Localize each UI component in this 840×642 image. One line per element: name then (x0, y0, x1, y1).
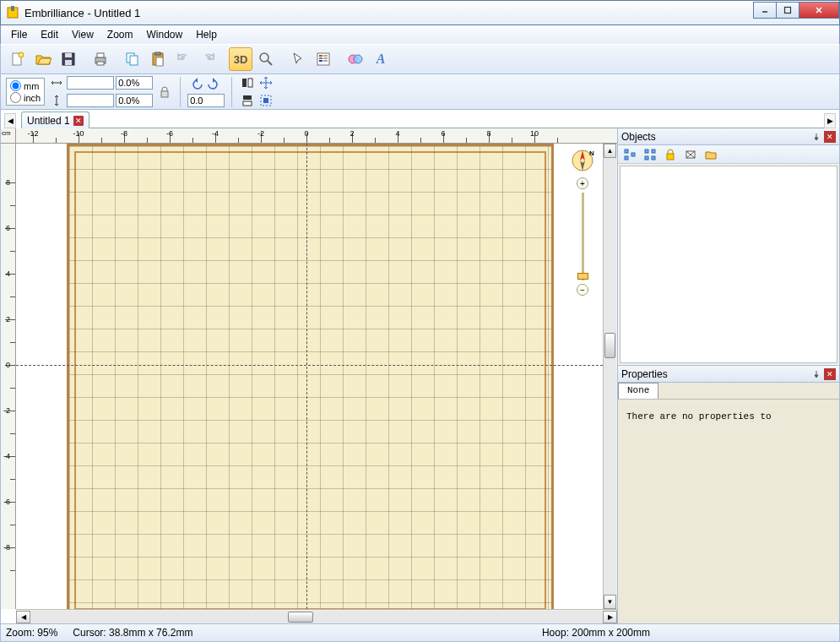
svg-rect-44 (625, 156, 628, 160)
svg-rect-13 (97, 62, 104, 65)
save-button[interactable] (57, 47, 80, 71)
redo-button[interactable] (197, 47, 220, 71)
menu-view[interactable]: View (65, 27, 100, 42)
scroll-up-button[interactable]: ▲ (604, 144, 616, 158)
obj-folder-button[interactable] (702, 146, 719, 163)
svg-point-19 (260, 53, 268, 62)
new-button[interactable] (6, 47, 30, 71)
obj-lock-button[interactable] (662, 146, 679, 163)
zoom-thumb[interactable] (577, 273, 588, 280)
design-canvas[interactable]: N + − (16, 144, 603, 609)
compass-icon: N (571, 149, 594, 172)
ruler-vertical: 86420-2-4-6-8 (1, 144, 16, 609)
menu-help[interactable]: Help (189, 27, 224, 42)
maximize-button[interactable] (776, 2, 799, 19)
menu-file[interactable]: File (4, 27, 34, 42)
close-button[interactable] (799, 2, 839, 19)
center-line-v (306, 144, 307, 609)
width-input[interactable] (67, 76, 114, 90)
unit-inch-label: inch (24, 93, 41, 103)
zoom-slider[interactable]: + − (576, 177, 589, 296)
svg-point-29 (354, 55, 362, 63)
svg-text:N: N (589, 150, 594, 157)
rotation-input[interactable] (187, 94, 225, 107)
copy-button[interactable] (121, 47, 144, 71)
unit-selector: mm inch (6, 78, 45, 106)
objects-toolbar (618, 145, 839, 164)
properties-body: There are no properties to (618, 400, 839, 623)
menu-zoom[interactable]: Zoom (100, 27, 140, 42)
height-input[interactable] (67, 94, 114, 107)
lock-aspect-button[interactable] (156, 84, 173, 101)
vertical-scrollbar[interactable]: ▲ ▼ (603, 144, 617, 609)
hscroll-thumb[interactable] (288, 612, 313, 623)
unit-inch-radio[interactable] (10, 92, 21, 103)
svg-rect-33 (242, 79, 247, 87)
center-line-h (16, 365, 603, 366)
zoom-in-button[interactable]: + (577, 177, 588, 189)
zoom-out-button[interactable]: − (577, 284, 588, 296)
undo-button[interactable] (171, 47, 195, 71)
scroll-down-button[interactable]: ▼ (604, 595, 616, 609)
svg-rect-48 (645, 156, 648, 160)
ruler-unit-label: cm (1, 128, 16, 144)
vscroll-thumb[interactable] (604, 333, 615, 358)
obj-tool-2[interactable] (642, 146, 658, 163)
svg-rect-45 (631, 153, 635, 156)
tab-scroll-left[interactable]: ◀ (4, 113, 16, 128)
zoom-track[interactable] (582, 193, 584, 280)
ruler-horizontal: -12-10-8-6-4-20246810 (16, 128, 617, 144)
status-cursor: Cursor: 38.8mm x 76.2mm (73, 627, 192, 639)
height-pct-input[interactable] (116, 94, 153, 107)
objects-list[interactable] (620, 166, 837, 363)
pin-icon[interactable] (810, 131, 822, 143)
scroll-right-button[interactable]: ▶ (603, 611, 617, 623)
svg-rect-46 (645, 150, 648, 153)
properties-pin-icon[interactable] (810, 368, 822, 380)
view-3d-button[interactable]: 3D (229, 47, 252, 71)
properties-close-button[interactable]: ✕ (824, 368, 836, 380)
zoom-tool-button[interactable] (254, 47, 278, 71)
minimize-button[interactable] (753, 2, 777, 19)
center-button[interactable] (257, 74, 274, 91)
tab-untitled-1[interactable]: Untitled 1 ✕ (21, 112, 89, 128)
app-icon (6, 6, 19, 19)
tab-close-button[interactable]: ✕ (73, 116, 84, 126)
paste-button[interactable] (146, 47, 170, 71)
color-list-button[interactable] (312, 47, 335, 71)
properties-tab-none[interactable]: None (618, 383, 658, 399)
svg-rect-24 (319, 60, 322, 62)
svg-rect-49 (652, 156, 655, 160)
obj-tool-4[interactable] (682, 146, 699, 163)
rotate-left-button[interactable] (187, 76, 204, 93)
unit-mm-radio[interactable] (10, 80, 21, 91)
tab-scroll-right[interactable]: ▶ (824, 113, 836, 128)
unit-mm-label: mm (24, 81, 39, 91)
obj-tool-1[interactable] (621, 146, 638, 163)
svg-rect-50 (667, 154, 674, 160)
flip-v-button[interactable] (239, 92, 256, 109)
svg-rect-40 (263, 98, 268, 103)
menu-window[interactable]: Window (140, 27, 190, 42)
svg-rect-43 (625, 150, 628, 153)
status-bar: Zoom: 95% Cursor: 38.8mm x 76.2mm Hoop: … (0, 623, 840, 642)
height-icon (48, 92, 65, 109)
window-title: Embrilliance - Untitled 1 (24, 7, 754, 19)
rotate-right-button[interactable] (206, 76, 223, 93)
print-button[interactable] (89, 47, 112, 71)
align-button[interactable] (257, 92, 274, 109)
select-tool-button[interactable] (286, 47, 310, 71)
horizontal-scrollbar[interactable]: ◀ ▶ (16, 609, 617, 623)
merge-button[interactable] (344, 47, 367, 71)
width-pct-input[interactable] (116, 76, 153, 90)
flip-h-button[interactable] (239, 74, 256, 91)
menu-edit[interactable]: Edit (34, 27, 65, 42)
svg-rect-12 (97, 53, 104, 57)
objects-close-button[interactable]: ✕ (824, 131, 836, 143)
svg-rect-15 (130, 56, 138, 65)
open-button[interactable] (31, 47, 55, 71)
scroll-left-button[interactable]: ◀ (16, 611, 30, 623)
menu-bar: File Edit View Zoom Window Help (0, 25, 840, 44)
text-tool-button[interactable]: A (369, 47, 393, 71)
svg-rect-3 (785, 8, 791, 14)
